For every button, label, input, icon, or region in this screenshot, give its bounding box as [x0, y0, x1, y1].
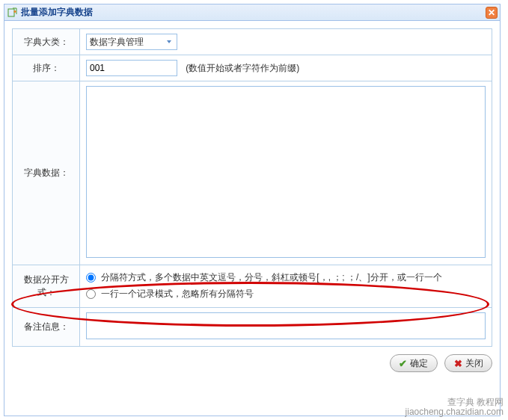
cancel-button[interactable]: ✖ 关闭: [444, 354, 492, 372]
close-icon: ✕: [488, 7, 495, 18]
app-icon: [7, 7, 18, 18]
dialog-content: 字典大类： 数据字典管理 排序： (数值开始或者字符作为前缀): [4, 21, 500, 380]
data-label: 字典数据：: [13, 81, 80, 265]
category-select[interactable]: 数据字典管理: [86, 34, 177, 50]
split-radio-1[interactable]: [86, 273, 96, 282]
split-option-1[interactable]: 分隔符方式，多个数据中英文逗号，分号，斜杠或顿号[，, ；; ；/、]分开，或一…: [86, 270, 486, 285]
sort-input[interactable]: [86, 60, 177, 76]
sort-cell: (数值开始或者字符作为前缀): [80, 55, 492, 81]
split-option-2[interactable]: 一行一个记录模式，忽略所有分隔符号: [86, 286, 486, 301]
split-radio-group: 分隔符方式，多个数据中英文逗号，分号，斜杠或顿号[，, ；; ；/、]分开，或一…: [86, 270, 486, 301]
sort-hint: (数值开始或者字符作为前缀): [186, 63, 299, 73]
watermark: 查字典 教程网 jiaocheng.chazidian.com: [406, 398, 504, 417]
watermark-line2: jiaocheng.chazidian.com: [406, 407, 504, 417]
button-bar: ✔ 确定 ✖ 关闭: [12, 347, 492, 372]
remark-cell: [80, 308, 492, 347]
cancel-icon: ✖: [454, 358, 462, 369]
split-option-2-text: 一行一个记录模式，忽略所有分隔符号: [101, 288, 254, 299]
chevron-down-icon: [163, 36, 175, 48]
title-bar: 批量添加字典数据 ✕: [4, 4, 500, 21]
split-radio-2[interactable]: [86, 289, 96, 299]
check-icon: ✔: [399, 358, 407, 369]
data-textarea[interactable]: [86, 86, 486, 258]
category-value: 数据字典管理: [90, 36, 144, 49]
dialog-window: 批量添加字典数据 ✕ 字典大类： 数据字典管理 排序：: [4, 4, 501, 416]
split-option-1-text: 分隔符方式，多个数据中英文逗号，分号，斜杠或顿号[，, ；; ；/、]分开，或一…: [101, 272, 441, 282]
svg-rect-0: [8, 9, 14, 16]
ok-button[interactable]: ✔ 确定: [390, 354, 438, 372]
split-label: 数据分开方式：: [13, 265, 80, 308]
category-cell: 数据字典管理: [80, 29, 492, 55]
category-label: 字典大类：: [13, 29, 80, 55]
ok-button-label: 确定: [410, 357, 428, 370]
dialog-title: 批量添加字典数据: [21, 6, 93, 19]
data-cell: [80, 81, 492, 265]
close-button[interactable]: ✕: [486, 7, 498, 19]
cancel-button-label: 关闭: [465, 357, 483, 370]
sort-label: 排序：: [13, 55, 80, 81]
split-cell: 分隔符方式，多个数据中英文逗号，分号，斜杠或顿号[，, ；; ；/、]分开，或一…: [80, 265, 492, 308]
remark-textarea[interactable]: [86, 312, 486, 339]
form-table: 字典大类： 数据字典管理 排序： (数值开始或者字符作为前缀): [12, 28, 492, 347]
remark-label: 备注信息：: [13, 308, 80, 347]
